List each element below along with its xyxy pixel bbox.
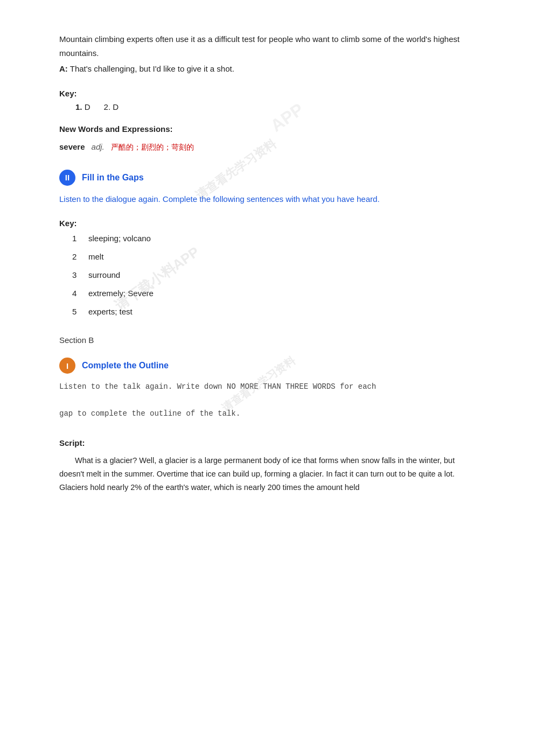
intro-response: A: That's challenging, but I'd like to g… xyxy=(59,62,481,76)
script-text: What is a glacier? Well, a glacier is a … xyxy=(59,454,481,495)
page-container: 请查看先学习资料 请下载小料APP 请查看先学习资料 APP Mountain … xyxy=(0,0,535,756)
script-section: Script: What is a glacier? Well, a glaci… xyxy=(59,438,481,495)
list-text-4: extremely; Severe xyxy=(88,287,154,300)
exercise-ii-title-row: II Fill in the Gaps xyxy=(59,170,481,186)
list-text-2: melt xyxy=(88,250,103,263)
key-label-1: Key: xyxy=(59,89,481,98)
word-severe: severe xyxy=(59,142,85,151)
word-row-severe: severe adj. 严酷的；剧烈的；苛刻的 xyxy=(59,142,481,152)
list-text-1: sleeping; volcano xyxy=(88,232,151,245)
key-section-ii: Key: 1 sleeping; volcano 2 melt 3 surrou… xyxy=(59,219,481,318)
script-label: Script: xyxy=(59,438,481,447)
list-item-3: 3 surround xyxy=(72,269,481,282)
key-section-1: Key: 1. D 2. D xyxy=(59,89,481,111)
word-pos-severe: adj. xyxy=(92,142,105,151)
list-num-5: 5 xyxy=(72,305,82,318)
exercise-ii-block: II Fill in the Gaps Listen to the dialog… xyxy=(59,170,481,319)
list-item-4: 4 extremely; Severe xyxy=(72,287,481,300)
list-text-3: surround xyxy=(88,269,120,282)
exercise-i-title-row: I Complete the Outline xyxy=(59,358,481,374)
key-list-ii: 1 sleeping; volcano 2 melt 3 surround 4 … xyxy=(59,232,481,318)
list-text-5: experts; test xyxy=(88,305,133,318)
speaker-a-label: A: xyxy=(59,64,68,73)
section-b-label: Section B xyxy=(59,335,481,345)
answer-num-1: 1. xyxy=(75,102,82,111)
answer-sep: 2. D xyxy=(93,102,119,111)
exercise-i-title: Complete the Outline xyxy=(82,361,169,370)
key-label-ii: Key: xyxy=(59,219,481,228)
key-answers-1: 1. D 2. D xyxy=(59,102,481,111)
exercise-i-badge: I xyxy=(59,358,75,374)
new-words-section: New Words and Expressions: severe adj. 严… xyxy=(59,124,481,152)
exercise-i-instruction: Listen to the talk again. Write down NO … xyxy=(59,380,481,421)
list-item-1: 1 sleeping; volcano xyxy=(72,232,481,245)
list-item-2: 2 melt xyxy=(72,250,481,263)
list-num-4: 4 xyxy=(72,287,82,300)
list-num-3: 3 xyxy=(72,269,82,282)
answer-row-1: 1. D 2. D xyxy=(75,102,481,111)
answer-val-1: D xyxy=(85,102,91,111)
exercise-i-block: I Complete the Outline Listen to the tal… xyxy=(59,358,481,421)
list-num-1: 1 xyxy=(72,232,82,245)
exercise-ii-title: Fill in the Gaps xyxy=(82,173,144,183)
list-item-5: 5 experts; test xyxy=(72,305,481,318)
intro-line2-text: That's challenging, but I'd like to give… xyxy=(70,64,234,73)
intro-line1: Mountain climbing experts often use it a… xyxy=(59,34,460,58)
intro-paragraph: Mountain climbing experts often use it a… xyxy=(59,32,481,60)
new-words-header: New Words and Expressions: xyxy=(59,124,481,134)
word-def-severe: 严酷的；剧烈的；苛刻的 xyxy=(111,143,194,152)
exercise-ii-badge: II xyxy=(59,170,75,186)
list-num-2: 2 xyxy=(72,250,82,263)
exercise-ii-instruction: Listen to the dialogue again. Complete t… xyxy=(59,192,481,206)
